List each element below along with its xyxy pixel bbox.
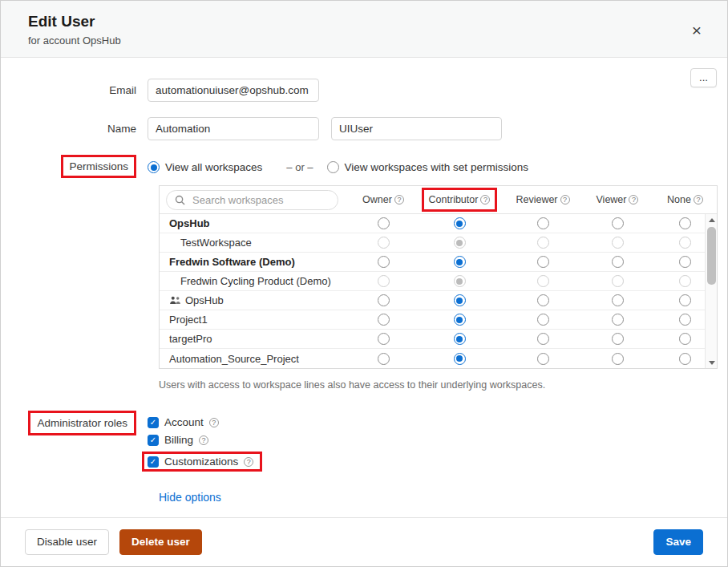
delete-user-button[interactable]: Delete user [119, 529, 202, 555]
hide-options-link[interactable]: Hide options [159, 491, 221, 504]
email-field[interactable] [148, 79, 319, 102]
radio-cell-reviewer[interactable] [504, 353, 581, 365]
contributor-radio[interactable] [454, 217, 466, 229]
account-checkbox[interactable] [148, 417, 159, 428]
search-input[interactable] [191, 193, 335, 207]
owner-radio[interactable] [378, 275, 390, 287]
none-radio[interactable] [679, 256, 691, 268]
scroll-down-icon[interactable] [706, 357, 718, 368]
radio-cell-reviewer[interactable] [504, 256, 581, 268]
billing-role-item[interactable]: Billing [148, 434, 262, 446]
radio-cell-reviewer[interactable] [504, 333, 581, 345]
none-radio[interactable] [679, 314, 691, 326]
help-icon[interactable] [394, 195, 404, 205]
radio-cell-viewer[interactable] [581, 353, 653, 365]
viewer-radio[interactable] [612, 333, 624, 345]
help-icon[interactable] [209, 418, 219, 427]
radio-cell-contributor[interactable] [415, 333, 504, 345]
radio-cell-contributor[interactable] [415, 237, 504, 249]
table-scrollbar[interactable] [705, 214, 717, 368]
contributor-radio[interactable] [454, 294, 466, 306]
help-icon[interactable] [560, 195, 570, 205]
close-icon[interactable]: × [690, 20, 703, 40]
radio-cell-reviewer[interactable] [504, 314, 581, 326]
radio-cell-owner[interactable] [352, 353, 415, 365]
radio-cell-viewer[interactable] [581, 314, 653, 326]
viewer-radio[interactable] [612, 217, 624, 229]
view-all-workspaces-radio[interactable] [148, 161, 160, 173]
help-icon[interactable] [694, 195, 703, 205]
first-name-field[interactable] [148, 117, 319, 140]
radio-cell-contributor[interactable] [415, 314, 504, 326]
radio-cell-viewer[interactable] [581, 333, 653, 345]
radio-cell-viewer[interactable] [581, 275, 653, 287]
radio-cell-reviewer[interactable] [504, 217, 581, 229]
contributor-radio[interactable] [454, 256, 466, 268]
contributor-radio[interactable] [454, 314, 466, 326]
help-icon[interactable] [629, 195, 638, 205]
radio-cell-contributor[interactable] [415, 353, 504, 365]
contributor-radio[interactable] [454, 353, 466, 365]
help-icon[interactable] [480, 195, 490, 205]
none-radio[interactable] [679, 294, 691, 306]
owner-radio[interactable] [378, 333, 390, 345]
reviewer-radio[interactable] [537, 353, 549, 365]
radio-cell-reviewer[interactable] [504, 275, 581, 287]
owner-radio[interactable] [378, 314, 390, 326]
customizations-role-item[interactable]: Customizations [148, 452, 262, 472]
reviewer-radio[interactable] [537, 237, 549, 249]
radio-cell-owner[interactable] [352, 275, 415, 287]
radio-cell-reviewer[interactable] [504, 237, 581, 249]
view-set-permissions-radio[interactable] [327, 161, 339, 173]
none-radio[interactable] [679, 217, 691, 229]
viewer-radio[interactable] [612, 353, 624, 365]
viewer-radio[interactable] [612, 275, 624, 287]
last-name-field[interactable] [331, 117, 502, 140]
radio-cell-contributor[interactable] [415, 217, 504, 229]
reviewer-radio[interactable] [537, 314, 549, 326]
billing-checkbox[interactable] [148, 435, 159, 446]
reviewer-radio[interactable] [537, 217, 549, 229]
radio-cell-viewer[interactable] [581, 237, 653, 249]
owner-radio[interactable] [378, 353, 390, 365]
reviewer-radio[interactable] [537, 256, 549, 268]
owner-radio[interactable] [378, 237, 390, 249]
help-icon[interactable] [199, 435, 208, 445]
radio-cell-contributor[interactable] [415, 256, 504, 268]
radio-cell-owner[interactable] [352, 333, 415, 345]
radio-cell-owner[interactable] [352, 217, 415, 229]
owner-radio[interactable] [378, 217, 390, 229]
workspace-search[interactable] [166, 190, 338, 210]
none-radio[interactable] [679, 333, 691, 345]
contributor-radio[interactable] [454, 237, 466, 249]
radio-cell-contributor[interactable] [415, 275, 504, 287]
viewer-radio[interactable] [612, 314, 624, 326]
owner-radio[interactable] [378, 256, 390, 268]
contributor-radio[interactable] [454, 275, 466, 287]
radio-cell-owner[interactable] [352, 256, 415, 268]
scroll-up-icon[interactable] [706, 214, 718, 225]
reviewer-radio[interactable] [537, 333, 549, 345]
contributor-radio[interactable] [454, 333, 466, 345]
viewer-radio[interactable] [612, 237, 624, 249]
account-role-item[interactable]: Account [148, 416, 262, 428]
none-radio[interactable] [679, 275, 691, 287]
save-button[interactable]: Save [653, 529, 703, 555]
scrollbar-thumb[interactable] [707, 227, 716, 285]
none-radio[interactable] [679, 353, 691, 365]
view-set-permissions-option[interactable]: View workspaces with set permissions [327, 161, 528, 173]
radio-cell-contributor[interactable] [415, 294, 504, 306]
view-all-workspaces-option[interactable]: View all workspaces [148, 161, 262, 173]
radio-cell-viewer[interactable] [581, 294, 653, 306]
reviewer-radio[interactable] [537, 275, 549, 287]
none-radio[interactable] [679, 237, 691, 249]
owner-radio[interactable] [378, 294, 390, 306]
radio-cell-viewer[interactable] [581, 256, 653, 268]
viewer-radio[interactable] [612, 256, 624, 268]
radio-cell-reviewer[interactable] [504, 294, 581, 306]
disable-user-button[interactable]: Disable user [25, 529, 109, 555]
radio-cell-owner[interactable] [352, 314, 415, 326]
reviewer-radio[interactable] [537, 294, 549, 306]
radio-cell-owner[interactable] [352, 237, 415, 249]
radio-cell-viewer[interactable] [581, 217, 653, 229]
